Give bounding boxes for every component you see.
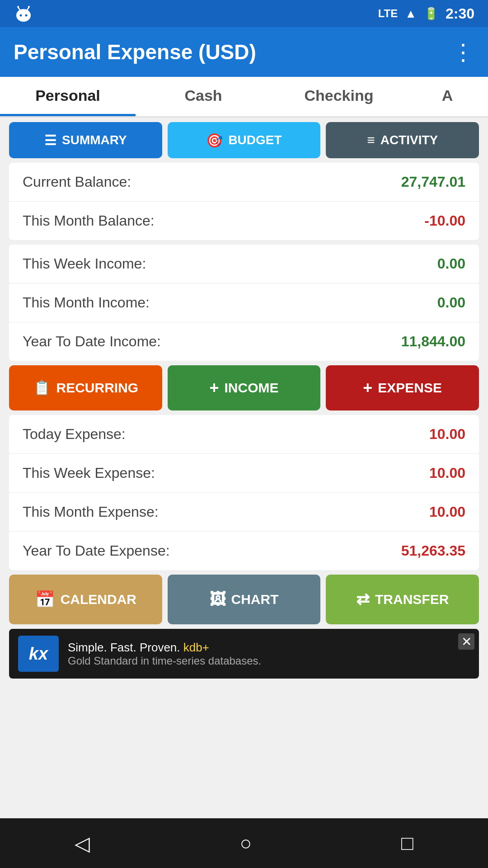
- tab-personal[interactable]: Personal: [0, 77, 136, 116]
- status-bar: LTE ▲ 🔋 2:30: [0, 0, 488, 27]
- back-button[interactable]: ◁: [75, 832, 90, 855]
- tab-more[interactable]: A: [407, 77, 488, 116]
- ad-close-button[interactable]: ✕: [458, 633, 474, 650]
- app-title: Personal Expense (USD): [14, 40, 256, 64]
- ytd-income-row: Year To Date Income: 11,844.00: [9, 322, 479, 361]
- tab-cash[interactable]: Cash: [136, 77, 271, 116]
- ytd-expense-label: Year To Date Expense:: [23, 542, 170, 559]
- this-month-income-value: 0.00: [437, 294, 465, 311]
- recurring-label: RECURRING: [56, 380, 139, 396]
- tab-checking[interactable]: Checking: [271, 77, 407, 116]
- today-expense-value: 10.00: [429, 426, 465, 443]
- chart-label: CHART: [231, 592, 279, 607]
- svg-point-5: [17, 6, 19, 8]
- this-month-balance-label: This Month Balance:: [23, 212, 155, 229]
- calendar-button[interactable]: 📅 CALENDAR: [9, 575, 162, 624]
- ad-banner: kx Simple. Fast. Proven. kdb+ Gold Stand…: [9, 629, 479, 679]
- income-summary: This Week Income: 0.00 This Month Income…: [9, 245, 479, 361]
- main-content: ☰ SUMMARY 🎯 BUDGET ≡ ACTIVITY Current Ba…: [0, 118, 488, 818]
- add-income-button[interactable]: + INCOME: [168, 365, 321, 410]
- ad-brand-box: kx: [18, 636, 59, 672]
- lte-label: LTE: [378, 7, 398, 20]
- this-month-expense-label: This Month Expense:: [23, 504, 159, 520]
- calendar-icon: 📅: [35, 590, 55, 609]
- ad-kdb-label: kdb+: [183, 641, 209, 654]
- balance-summary: Current Balance: 27,747.01 This Month Ba…: [9, 163, 479, 240]
- nav-bar: ◁ ○ □: [0, 818, 488, 868]
- more-menu-icon[interactable]: ⋮: [452, 39, 474, 65]
- activity-button[interactable]: ≡ ACTIVITY: [326, 122, 479, 158]
- this-month-balance-row: This Month Balance: -10.00: [9, 202, 479, 240]
- this-week-expense-value: 10.00: [429, 465, 465, 481]
- svg-point-6: [28, 6, 30, 8]
- quick-actions-row: 📋 RECURRING + INCOME + EXPENSE: [9, 365, 479, 410]
- activity-label: ACTIVITY: [380, 133, 438, 147]
- svg-point-1: [20, 14, 22, 17]
- this-month-expense-value: 10.00: [429, 504, 465, 520]
- add-expense-button[interactable]: + EXPENSE: [326, 365, 479, 410]
- clock: 2:30: [446, 5, 474, 22]
- chart-button[interactable]: 🖼 CHART: [168, 575, 321, 624]
- signal-icon: ▲: [405, 7, 417, 21]
- today-expense-row: Today Expense: 10.00: [9, 415, 479, 454]
- chart-icon: 🖼: [210, 590, 226, 609]
- income-label: INCOME: [225, 380, 279, 396]
- ad-subtitle: Gold Standard in time-series databases.: [68, 655, 470, 667]
- calendar-label: CALENDAR: [61, 592, 136, 607]
- add-income-icon: +: [209, 378, 219, 397]
- this-week-expense-row: This Week Expense: 10.00: [9, 454, 479, 493]
- ytd-expense-row: Year To Date Expense: 51,263.35: [9, 532, 479, 570]
- transfer-button[interactable]: ⇄ TRANSFER: [326, 575, 479, 624]
- recents-button[interactable]: □: [401, 832, 413, 854]
- this-month-income-row: This Month Income: 0.00: [9, 283, 479, 322]
- ytd-expense-value: 51,263.35: [401, 542, 465, 559]
- this-week-expense-label: This Week Expense:: [23, 465, 155, 481]
- this-month-expense-row: This Month Expense: 10.00: [9, 493, 479, 532]
- this-week-income-label: This Week Income:: [23, 255, 146, 272]
- activity-icon: ≡: [367, 132, 375, 148]
- ad-brand-text: kx: [29, 644, 48, 664]
- current-balance-row: Current Balance: 27,747.01: [9, 163, 479, 202]
- spacer: [0, 683, 488, 818]
- battery-icon: 🔋: [424, 7, 438, 21]
- add-expense-icon: +: [363, 378, 372, 397]
- ytd-income-value: 11,844.00: [401, 333, 465, 350]
- android-icon: [14, 4, 33, 24]
- this-month-balance-value: -10.00: [424, 212, 465, 229]
- ad-text-content: Simple. Fast. Proven. kdb+ Gold Standard…: [68, 641, 470, 667]
- expense-label: EXPENSE: [378, 380, 442, 396]
- today-expense-label: Today Expense:: [23, 426, 126, 443]
- budget-label: BUDGET: [228, 133, 282, 147]
- this-month-income-label: This Month Income:: [23, 294, 150, 311]
- this-week-income-value: 0.00: [437, 255, 465, 272]
- svg-point-0: [16, 9, 31, 22]
- this-week-income-row: This Week Income: 0.00: [9, 245, 479, 283]
- svg-point-2: [25, 14, 28, 17]
- home-button[interactable]: ○: [239, 832, 252, 854]
- expense-summary: Today Expense: 10.00 This Week Expense: …: [9, 415, 479, 570]
- tab-bar: Personal Cash Checking A: [0, 77, 488, 118]
- status-bar-right: LTE ▲ 🔋 2:30: [378, 5, 474, 22]
- transfer-label: TRANSFER: [375, 592, 449, 607]
- current-balance-label: Current Balance:: [23, 174, 131, 190]
- summary-label: SUMMARY: [62, 133, 127, 147]
- recurring-icon: 📋: [33, 379, 51, 396]
- ytd-income-label: Year To Date Income:: [23, 333, 161, 350]
- summary-icon: ☰: [44, 132, 56, 148]
- action-buttons-row: ☰ SUMMARY 🎯 BUDGET ≡ ACTIVITY: [0, 118, 488, 163]
- current-balance-value: 27,747.01: [401, 174, 465, 190]
- recurring-button[interactable]: 📋 RECURRING: [9, 365, 162, 410]
- app-header: Personal Expense (USD) ⋮: [0, 27, 488, 77]
- budget-button[interactable]: 🎯 BUDGET: [168, 122, 321, 158]
- ad-title: Simple. Fast. Proven. kdb+: [68, 641, 470, 655]
- budget-icon: 🎯: [206, 132, 223, 148]
- status-bar-left: [14, 4, 33, 24]
- transfer-icon: ⇄: [356, 590, 370, 609]
- bottom-actions-row: 📅 CALENDAR 🖼 CHART ⇄ TRANSFER: [9, 575, 479, 624]
- summary-button[interactable]: ☰ SUMMARY: [9, 122, 162, 158]
